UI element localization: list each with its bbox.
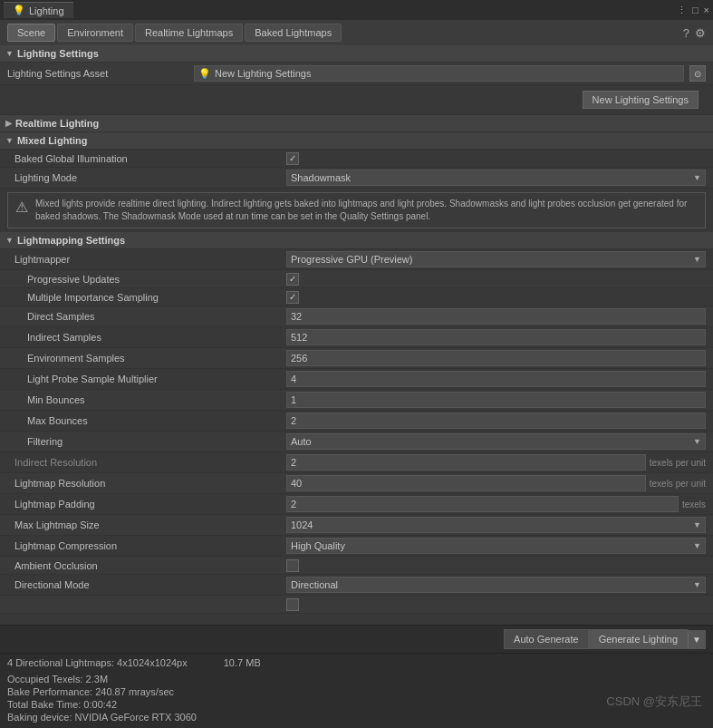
collapse-arrow-icon: ▼ [5, 49, 14, 58]
lightmap-padding-label: Lightmap Padding [14, 499, 286, 510]
tab-scene[interactable]: Scene [7, 24, 55, 42]
multiple-importance-checkbox[interactable]: ✓ [286, 291, 299, 304]
max-lightmap-size-label: Max Lightmap Size [14, 519, 286, 530]
max-lightmap-size-row: Max Lightmap Size 1024 ▼ [0, 515, 713, 536]
light-probe-multiplier-input[interactable] [286, 371, 706, 387]
progressive-updates-label: Progressive Updates [14, 274, 286, 285]
footer-size-info: 10.7 MB [224, 657, 261, 668]
close-icon[interactable]: × [704, 5, 709, 15]
lighting-mode-dropdown-icon: ▼ [693, 173, 701, 182]
indirect-resolution-input[interactable] [286, 454, 646, 471]
lightmap-resolution-row: Lightmap Resolution texels per unit [0, 473, 713, 494]
mixed-lighting-section: ▼ Mixed Lighting Baked Global Illuminati… [0, 132, 713, 228]
tab-baked-lightmaps[interactable]: Baked Lightmaps [245, 24, 342, 42]
lighting-mode-row: Lighting Mode Shadowmask ▼ [0, 168, 713, 189]
extra-row [0, 596, 713, 614]
tab-realtime-lightmaps[interactable]: Realtime Lightmaps [135, 24, 243, 42]
filtering-select[interactable]: Auto ▼ [286, 433, 706, 450]
environment-samples-input[interactable] [286, 350, 706, 366]
auto-generate-button[interactable]: Auto Generate [504, 629, 589, 649]
lightmapper-row: Lightmapper Progressive GPU (Preview) ▼ [0, 249, 713, 270]
new-lighting-button[interactable]: New Lighting Settings [583, 91, 699, 109]
lighting-settings-header[interactable]: ▼ Lighting Settings [0, 45, 713, 63]
realtime-lighting-label: Realtime Lighting [15, 118, 99, 129]
direct-samples-row: Direct Samples [0, 306, 713, 327]
direct-samples-label: Direct Samples [14, 311, 286, 322]
filtering-value: Auto [291, 436, 312, 447]
menu-dots-icon[interactable]: ⋮ [677, 5, 687, 16]
directional-mode-row: Directional Mode Directional ▼ [0, 575, 713, 596]
lighting-mode-label: Lighting Mode [14, 172, 286, 183]
lighting-icon: 💡 [13, 5, 25, 16]
lightmap-compression-value: High Quality [291, 540, 345, 551]
lightmapping-settings-label: Lightmapping Settings [17, 235, 125, 246]
ambient-occlusion-row: Ambient Occlusion [0, 557, 713, 575]
lighting-settings-content: Lighting Settings Asset 💡 New Lighting S… [0, 63, 713, 115]
directional-mode-dropdown-icon: ▼ [693, 580, 701, 589]
lighting-mode-select[interactable]: Shadowmask ▼ [286, 170, 706, 186]
ambient-occlusion-label: Ambient Occlusion [14, 560, 286, 571]
baked-gi-label: Baked Global Illumination [14, 153, 286, 164]
mixed-collapse-arrow-icon: ▼ [5, 136, 14, 145]
min-bounces-row: Min Bounces [0, 390, 713, 411]
mixed-lighting-header[interactable]: ▼ Mixed Lighting [0, 132, 713, 150]
maximize-icon[interactable]: □ [692, 5, 699, 15]
mixed-lighting-content: Baked Global Illumination ✓ Lighting Mod… [0, 150, 713, 228]
gear-icon[interactable]: ⚙ [695, 26, 706, 40]
tab-environment[interactable]: Environment [57, 24, 133, 42]
lightmap-resolution-label: Lightmap Resolution [14, 478, 286, 489]
multiple-importance-row: Multiple Importance Sampling ✓ [0, 288, 713, 306]
ambient-occlusion-checkbox[interactable] [286, 559, 299, 572]
asset-dot-button[interactable]: ⊙ [689, 65, 706, 82]
max-bounces-input[interactable] [286, 413, 706, 429]
lightmap-padding-input[interactable] [286, 496, 679, 512]
lightmap-compression-row: Lightmap Compression High Quality ▼ [0, 536, 713, 557]
lightmap-compression-select[interactable]: High Quality ▼ [286, 538, 706, 554]
lightmap-resolution-input[interactable] [286, 475, 646, 491]
title-label: Lighting [29, 5, 64, 16]
environment-samples-row: Environment Samples [0, 348, 713, 369]
multiple-importance-label: Multiple Importance Sampling [14, 292, 286, 303]
filtering-label: Filtering [14, 436, 286, 447]
lighting-settings-label: Lighting Settings [17, 48, 99, 59]
lightmap-compression-dropdown-icon: ▼ [693, 541, 701, 550]
min-bounces-input[interactable] [286, 392, 706, 408]
branding-label: CSDN @安东尼王 [606, 694, 702, 710]
progressive-updates-checkbox[interactable]: ✓ [286, 273, 299, 286]
indirect-resolution-unit: texels per unit [650, 458, 706, 468]
tabs-header: Scene Environment Realtime Lightmaps Bak… [0, 20, 713, 45]
baked-gi-checkbox[interactable]: ✓ [286, 152, 299, 165]
lightmap-resolution-unit: texels per unit [650, 479, 706, 489]
max-lightmap-size-select[interactable]: 1024 ▼ [286, 517, 706, 533]
footer-lightmaps-info: 4 Directional Lightmaps: 4x1024x1024px [7, 657, 188, 668]
title-bar: 💡 Lighting ⋮ □ × [0, 0, 713, 20]
filtering-row: Filtering Auto ▼ [0, 432, 713, 452]
indirect-samples-label: Indirect Samples [14, 332, 286, 343]
warning-text: Mixed lights provide realtime direct lig… [35, 198, 698, 223]
lightmapping-settings-header[interactable]: ▼ Lightmapping Settings [0, 232, 713, 249]
extra-row-checkbox[interactable] [286, 598, 299, 611]
stat-occupied-texels: Occupied Texels: 2.3M [7, 674, 706, 684]
asset-row: Lighting Settings Asset 💡 New Lighting S… [0, 63, 713, 85]
indirect-resolution-row: Indirect Resolution texels per unit [0, 452, 713, 473]
asset-field-icon: 💡 [198, 68, 211, 80]
max-bounces-label: Max Bounces [14, 415, 286, 426]
directional-mode-select[interactable]: Directional ▼ [286, 577, 706, 593]
environment-samples-label: Environment Samples [14, 353, 286, 364]
light-probe-multiplier-row: Light Probe Sample Multiplier [0, 369, 713, 390]
footer: Auto Generate Generate Lighting ▼ 4 Dire… [0, 625, 713, 728]
title-tab: 💡 Lighting [4, 2, 73, 18]
direct-samples-input[interactable] [286, 308, 706, 325]
stat-baking-device: Baking device: NVIDIA GeForce RTX 3060 [7, 712, 706, 723]
lightmapper-select[interactable]: Progressive GPU (Preview) ▼ [286, 251, 706, 267]
indirect-samples-input[interactable] [286, 329, 706, 345]
max-lightmap-size-dropdown-icon: ▼ [693, 520, 701, 529]
lightmap-padding-unit: texels [682, 500, 706, 510]
generate-dropdown-button[interactable]: ▼ [688, 630, 706, 649]
realtime-lighting-section: ▶ Realtime Lighting [0, 115, 713, 132]
asset-field[interactable]: 💡 New Lighting Settings [194, 65, 684, 82]
help-icon[interactable]: ? [683, 26, 689, 40]
lightmapping-settings-content: Lightmapper Progressive GPU (Preview) ▼ … [0, 249, 713, 614]
generate-lighting-button[interactable]: Generate Lighting [589, 629, 688, 649]
realtime-lighting-header[interactable]: ▶ Realtime Lighting [0, 115, 713, 132]
